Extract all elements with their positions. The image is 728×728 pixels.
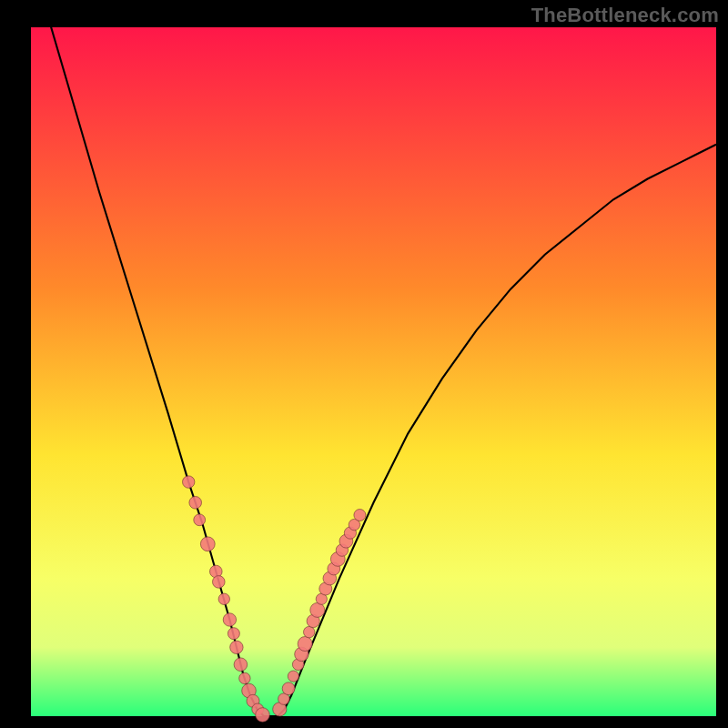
- plot-area: [31, 27, 716, 716]
- data-marker: [354, 510, 366, 521]
- data-marker: [183, 476, 195, 488]
- data-marker: [298, 637, 312, 652]
- data-marker: [200, 537, 215, 551]
- data-marker: [213, 576, 226, 589]
- chart-container: { "watermark": "TheBottleneck.com", "col…: [0, 0, 728, 728]
- data-marker: [230, 641, 243, 653]
- bottleneck-chart: [0, 0, 728, 728]
- data-marker: [239, 672, 250, 683]
- data-marker: [304, 626, 315, 637]
- data-marker: [256, 708, 270, 723]
- data-marker: [194, 514, 206, 526]
- data-marker: [310, 602, 325, 617]
- data-marker: [234, 658, 248, 672]
- data-marker: [218, 593, 229, 604]
- data-marker: [282, 682, 295, 695]
- data-marker: [228, 628, 239, 640]
- data-marker: [288, 671, 298, 682]
- data-marker: [223, 613, 236, 626]
- data-marker: [189, 497, 202, 510]
- watermark-text: TheBottleneck.com: [531, 4, 719, 27]
